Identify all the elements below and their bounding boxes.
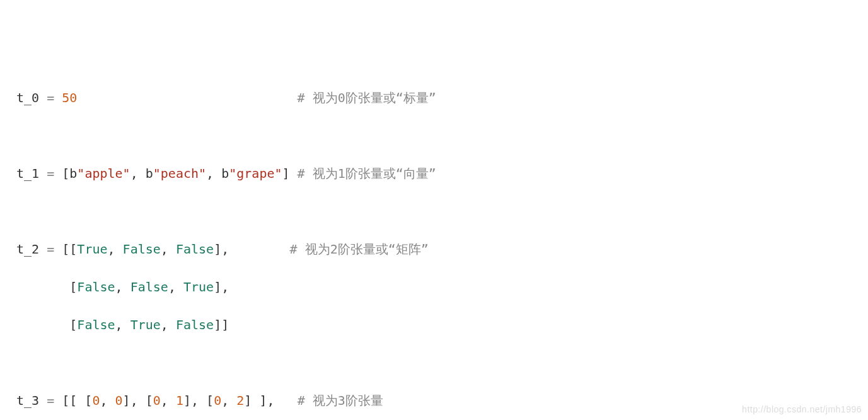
code-line-t3-r1: t_3 = [[ [0, 0], [0, 1], [0, 2] ], # 视为3… xyxy=(16,391,852,410)
string-literal: "grape" xyxy=(229,166,282,181)
comment-t3: # 视为3阶张量 xyxy=(298,393,383,408)
watermark-text: http://blog.csdn.net/jmh1996 xyxy=(742,403,862,416)
string-literal: "peach" xyxy=(153,166,206,181)
number-literal: 2 xyxy=(236,393,244,408)
code-line-t2-r1: t_2 = [[True, False, False], # 视为2阶张量或“矩… xyxy=(16,240,852,259)
number-literal: 0 xyxy=(115,393,123,408)
comment-t1: # 视为1阶张量或“向量” xyxy=(298,166,436,181)
code-line-t0: t_0 = 50 # 视为0阶张量或“标量” xyxy=(16,88,852,107)
bool-literal: False xyxy=(123,242,161,257)
var-t0: t_0 xyxy=(16,90,39,105)
bool-literal: False xyxy=(77,279,115,295)
code-line-t2-r3: [False, True, False]] xyxy=(16,315,852,334)
code-line-t1: t_1 = [b"apple", b"peach", b"grape"] # 视… xyxy=(16,164,852,183)
comment-t0: # 视为0阶张量或“标量” xyxy=(298,90,436,105)
code-line-t2-r2: [False, False, True], xyxy=(16,277,852,296)
var-t2: t_2 xyxy=(16,242,39,257)
number-literal: 1 xyxy=(176,393,183,408)
bool-literal: True xyxy=(77,242,107,257)
string-literal: "apple" xyxy=(77,166,130,181)
var-t3: t_3 xyxy=(16,393,39,408)
bool-literal: False xyxy=(176,317,214,332)
number-literal: 50 xyxy=(62,90,77,105)
blank-line xyxy=(16,202,852,221)
bool-literal: False xyxy=(77,317,115,332)
bool-literal: False xyxy=(130,279,168,295)
bool-literal: True xyxy=(183,279,214,295)
bool-literal: False xyxy=(176,242,214,257)
bool-literal: True xyxy=(130,317,161,332)
number-literal: 0 xyxy=(92,393,100,408)
number-literal: 0 xyxy=(214,393,221,408)
number-literal: 0 xyxy=(153,393,161,408)
blank-line xyxy=(16,126,852,145)
blank-line xyxy=(16,353,852,372)
comment-t2: # 视为2阶张量或“矩阵” xyxy=(290,242,429,257)
var-t1: t_1 xyxy=(16,166,39,181)
